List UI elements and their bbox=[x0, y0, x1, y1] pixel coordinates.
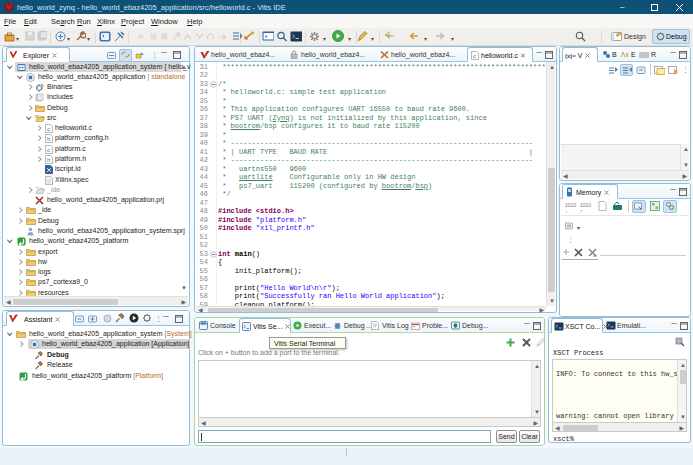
svg-text:c: c bbox=[473, 53, 476, 59]
svg-text:c: c bbox=[47, 126, 50, 132]
svg-text:h: h bbox=[47, 157, 50, 163]
svg-text:h: h bbox=[47, 136, 50, 142]
svg-text:c: c bbox=[47, 147, 50, 153]
